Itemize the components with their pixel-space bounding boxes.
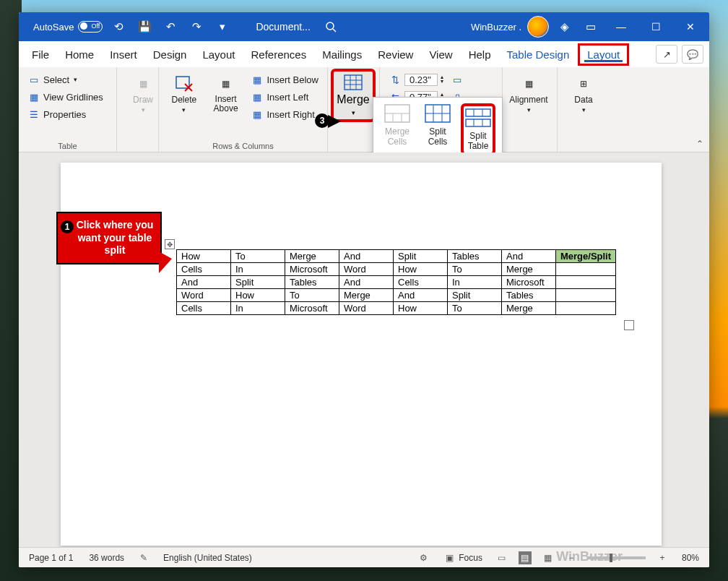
split-table-button[interactable]: Split Table	[461, 103, 495, 155]
tab-mailings[interactable]: Mailings	[315, 44, 369, 65]
distribute-rows-icon[interactable]: ▭	[451, 73, 464, 86]
insert-above-button[interactable]: ▦ Insert Above	[207, 72, 246, 116]
table-cell[interactable]: And	[502, 250, 556, 263]
tab-view[interactable]: View	[422, 44, 459, 65]
collapse-ribbon-button[interactable]: ⌃	[696, 139, 703, 149]
table-cell[interactable]: To	[285, 289, 339, 302]
undo-icon[interactable]: ↶	[160, 17, 181, 37]
ribbon-display-icon[interactable]: ▭	[581, 17, 601, 37]
share-button[interactable]: ↗	[656, 45, 677, 64]
table-cell[interactable]: And	[177, 276, 231, 289]
autosave-toggle[interactable]: AutoSave Off	[33, 21, 103, 33]
status-word-count[interactable]: 36 words	[86, 553, 127, 563]
table-cell[interactable]: To	[448, 263, 502, 276]
table-cell[interactable]: Word	[339, 263, 394, 276]
table-cell[interactable]: Merge	[339, 289, 394, 302]
table-row[interactable]: And Split Tables And Cells In Microsoft	[177, 276, 616, 289]
table-cell[interactable]: Word	[177, 289, 231, 302]
minimize-button[interactable]: —	[607, 12, 636, 41]
table-cell[interactable]: Microsoft	[502, 276, 556, 289]
tab-home[interactable]: Home	[58, 44, 101, 65]
display-settings-icon[interactable]: ⚙	[417, 551, 430, 564]
sync-icon[interactable]: ⟲	[108, 17, 129, 37]
table-cell[interactable]: In	[231, 302, 285, 315]
table-cell[interactable]: And	[394, 289, 448, 302]
insert-left-button[interactable]: ▦Insert Left	[248, 89, 321, 105]
tab-table-layout[interactable]: Layout	[578, 43, 629, 66]
table-cell[interactable]	[556, 289, 616, 302]
table-row[interactable]: Cells In Microsoft Word How To Merge	[177, 263, 616, 276]
split-cells-button[interactable]: Split Cells	[420, 103, 455, 155]
tab-insert[interactable]: Insert	[103, 44, 144, 65]
table-row[interactable]: Cells In Microsoft Word How To Merge	[177, 302, 616, 315]
table-cell[interactable]: Merge	[502, 302, 556, 315]
table-cell[interactable]: Cells	[177, 263, 231, 276]
zoom-slider[interactable]	[588, 556, 646, 559]
tab-help[interactable]: Help	[462, 44, 498, 65]
comments-button[interactable]: 💬	[682, 45, 703, 64]
focus-button[interactable]: ▣Focus	[440, 551, 485, 564]
table-cell[interactable]: How	[231, 289, 285, 302]
tab-references[interactable]: References	[243, 44, 313, 65]
search-icon[interactable]	[321, 17, 341, 37]
table-cell[interactable]: Tables	[448, 250, 502, 263]
tab-file[interactable]: File	[25, 44, 56, 65]
delete-button[interactable]: Delete ▾	[165, 72, 204, 116]
table-cell[interactable]: And	[339, 250, 394, 263]
data-button[interactable]: ⊞ Data ▾	[563, 72, 604, 116]
table-cell[interactable]: To	[448, 302, 502, 315]
zoom-slider-thumb[interactable]	[610, 554, 612, 562]
table-header-merge-split[interactable]: Merge/Split	[556, 250, 616, 263]
redo-icon[interactable]: ↷	[186, 17, 207, 37]
table-cell[interactable]	[556, 302, 616, 315]
table-row[interactable]: How To Merge And Split Tables And Merge/…	[177, 250, 616, 263]
document-page[interactable]: 1 Click where you want your table split …	[61, 163, 662, 546]
table-cell[interactable]: How	[394, 302, 448, 315]
word-table[interactable]: How To Merge And Split Tables And Merge/…	[176, 249, 616, 315]
maximize-button[interactable]: ☐	[641, 12, 670, 41]
spellcheck-icon[interactable]: ✎	[137, 551, 150, 564]
table-cell[interactable]: Tables	[502, 289, 556, 302]
autosave-switch[interactable]: Off	[78, 21, 103, 33]
table-cell[interactable]	[556, 276, 616, 289]
properties-button[interactable]: ☰Properties	[25, 106, 110, 122]
table-cell[interactable]: Cells	[177, 302, 231, 315]
user-avatar[interactable]	[527, 16, 549, 38]
table-cell[interactable]: Split	[231, 276, 285, 289]
view-gridlines-button[interactable]: ▦View Gridlines	[25, 89, 110, 105]
table-cell[interactable]: Microsoft	[285, 302, 339, 315]
table-cell[interactable]: How	[394, 263, 448, 276]
table-cell[interactable]: Word	[339, 302, 394, 315]
insert-right-button[interactable]: ▦Insert Right	[248, 106, 321, 122]
user-name[interactable]: WinBuzzer .	[471, 22, 521, 33]
table-row[interactable]: Word How To Merge And Split Tables	[177, 289, 616, 302]
web-layout-icon[interactable]: ▦	[542, 551, 555, 564]
read-mode-icon[interactable]: ▭	[495, 551, 508, 564]
document-area[interactable]: 1 Click where you want your table split …	[19, 152, 709, 547]
table-cell[interactable]: Merge	[502, 263, 556, 276]
merge-dropdown-button[interactable]: Merge ▾	[331, 69, 376, 122]
table-cell[interactable]: In	[448, 276, 502, 289]
diamond-icon[interactable]: ◈	[555, 17, 575, 37]
table-cell[interactable]: Tables	[285, 276, 339, 289]
table-cell[interactable]: Split	[394, 250, 448, 263]
table-resize-handle[interactable]	[624, 320, 634, 330]
tab-table-design[interactable]: Table Design	[500, 44, 577, 65]
alignment-button[interactable]: ▦ Alignment ▾	[508, 72, 549, 116]
status-page[interactable]: Page 1 of 1	[26, 553, 76, 563]
tab-design[interactable]: Design	[146, 44, 194, 65]
table-cell[interactable]: And	[339, 276, 394, 289]
table-cell[interactable]: Microsoft	[285, 263, 339, 276]
close-button[interactable]: ✕	[676, 12, 705, 41]
tab-layout[interactable]: Layout	[195, 44, 242, 65]
table-move-handle[interactable]: ✥	[165, 239, 175, 249]
table-cell[interactable]: To	[231, 250, 285, 263]
table-cell[interactable]	[556, 263, 616, 276]
spinner-icon[interactable]: ▴▾	[441, 75, 443, 83]
row-height-value[interactable]: 0.23"	[404, 74, 438, 86]
qat-customize-icon[interactable]: ▾	[212, 17, 233, 37]
print-layout-icon[interactable]: ▤	[519, 551, 532, 564]
zoom-level[interactable]: 80%	[679, 553, 702, 563]
table-cell[interactable]: Split	[448, 289, 502, 302]
table-cell[interactable]: How	[177, 250, 231, 263]
